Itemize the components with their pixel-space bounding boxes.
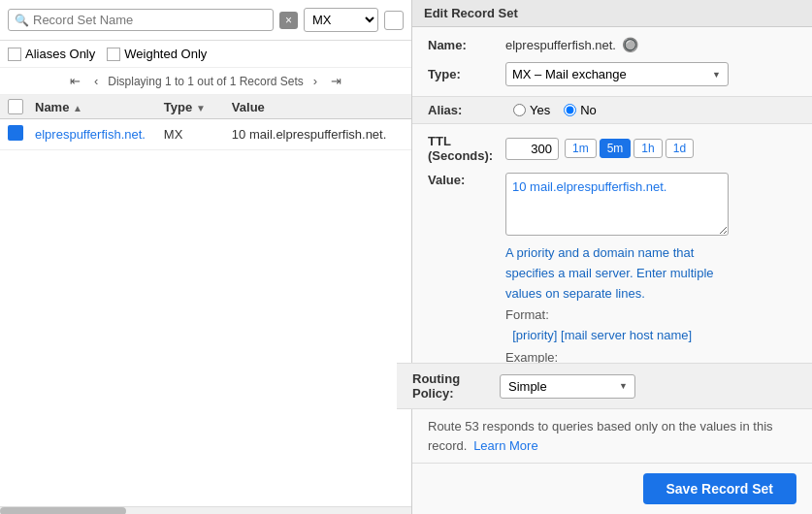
type-dropdown-wrapper: MX – Mail exchange bbox=[505, 62, 729, 86]
routing-label: Routing Policy: bbox=[412, 371, 490, 401]
name-value: elprespufferfish.net. bbox=[505, 38, 616, 52]
ttl-1h-button[interactable]: 1h bbox=[633, 139, 662, 158]
footer-area: Save Record Set bbox=[412, 463, 812, 514]
pagination-row: ⇤ ‹ Displaying 1 to 1 out of 1 Record Se… bbox=[0, 68, 411, 95]
format-value: [priority] [mail server host name] bbox=[505, 326, 729, 346]
ttl-buttons: 1m 5m 1h 1d bbox=[565, 139, 694, 158]
aliases-label: Aliases Only bbox=[25, 47, 95, 61]
ttl-1m-button[interactable]: 1m bbox=[565, 139, 597, 158]
table-header: Name ▲ Type ▼ Value bbox=[0, 95, 411, 119]
alias-yes-option[interactable]: Yes bbox=[513, 103, 550, 117]
value-textarea[interactable]: 10 mail.elprespufferfish.net. bbox=[505, 173, 729, 236]
row-value: 10 mail.elprespufferfish.net. bbox=[232, 127, 404, 142]
alias-radio-group: Yes No bbox=[513, 103, 597, 117]
name-row: Name: elprespufferfish.net. 🔘 bbox=[428, 37, 796, 52]
alias-label: Alias: bbox=[428, 103, 505, 117]
header-checkbox[interactable] bbox=[8, 99, 23, 114]
aliases-filter[interactable]: Aliases Only bbox=[8, 47, 95, 61]
type-label: Type: bbox=[428, 67, 505, 81]
alias-yes-label: Yes bbox=[530, 103, 550, 117]
edit-header: Edit Record Set bbox=[412, 0, 812, 27]
alias-no-radio[interactable] bbox=[564, 104, 576, 116]
filter-row: Aliases Only Weighted Only bbox=[0, 41, 411, 68]
routing-select[interactable]: Simple Weighted Latency Failover Geoloca… bbox=[500, 374, 635, 399]
routing-select-wrapper: Simple Weighted Latency Failover Geoloca… bbox=[500, 374, 635, 399]
search-input[interactable] bbox=[33, 13, 267, 27]
pagination-text: Displaying 1 to 1 out of 1 Record Sets bbox=[108, 75, 303, 88]
weighted-checkbox[interactable] bbox=[107, 48, 120, 61]
last-page-button[interactable]: ⇥ bbox=[327, 72, 345, 90]
search-bar: 🔍 × MX A CNAME bbox=[0, 0, 411, 41]
clear-button[interactable]: × bbox=[279, 12, 298, 29]
first-page-button[interactable]: ⇤ bbox=[66, 72, 84, 90]
table-body: elprespufferfish.net. MX 10 mail.elpresp… bbox=[0, 119, 411, 506]
extra-checkbox[interactable] bbox=[384, 11, 404, 30]
form-area: Name: elprespufferfish.net. 🔘 Type: MX –… bbox=[412, 27, 812, 363]
ttl-1d-button[interactable]: 1d bbox=[666, 139, 694, 158]
col-value: Value bbox=[232, 100, 404, 114]
alias-no-option[interactable]: No bbox=[564, 103, 597, 117]
search-icon: 🔍 bbox=[15, 14, 29, 27]
prev-page-button[interactable]: ‹ bbox=[90, 72, 102, 90]
value-label: Value: bbox=[428, 173, 505, 187]
name-label: Name: bbox=[428, 38, 505, 52]
col-name[interactable]: Name ▲ bbox=[35, 100, 164, 114]
aliases-checkbox[interactable] bbox=[8, 48, 21, 61]
ttl-5m-button[interactable]: 5m bbox=[600, 139, 632, 158]
route-description: Route 53 responds to queries based only … bbox=[412, 409, 812, 463]
example-label: Example: bbox=[505, 348, 729, 363]
alias-yes-radio[interactable] bbox=[513, 104, 526, 116]
help-text-2: specifies a mail server. Enter multiple bbox=[505, 264, 729, 284]
row-checkbox[interactable] bbox=[8, 125, 23, 141]
type-dropdown[interactable]: MX – Mail exchange bbox=[505, 62, 729, 86]
search-input-wrapper: 🔍 bbox=[8, 9, 274, 31]
routing-section: Routing Policy: Simple Weighted Latency … bbox=[397, 363, 812, 409]
ttl-row: TTL (Seconds): 1m 5m 1h 1d bbox=[428, 134, 796, 163]
alias-row: Alias: Yes No bbox=[412, 96, 812, 124]
type-row: Type: MX – Mail exchange bbox=[428, 62, 796, 86]
value-row: Value: 10 mail.elprespufferfish.net. A p… bbox=[428, 173, 796, 363]
weighted-filter[interactable]: Weighted Only bbox=[107, 47, 207, 61]
scrollbar-thumb[interactable] bbox=[0, 507, 126, 514]
left-panel: 🔍 × MX A CNAME Aliases Only Weighted Onl… bbox=[0, 0, 412, 514]
ttl-label: TTL (Seconds): bbox=[428, 134, 505, 163]
help-text-1: A priority and a domain name that bbox=[505, 243, 729, 264]
weighted-label: Weighted Only bbox=[124, 47, 207, 61]
table-row[interactable]: elprespufferfish.net. MX 10 mail.elpresp… bbox=[0, 119, 411, 150]
type-sort-icon: ▼ bbox=[196, 103, 206, 113]
col-type[interactable]: Type ▼ bbox=[164, 100, 232, 114]
row-type: MX bbox=[164, 127, 232, 142]
format-label: Format: bbox=[505, 305, 729, 326]
name-sort-icon: ▲ bbox=[73, 103, 82, 113]
row-name[interactable]: elprespufferfish.net. bbox=[35, 127, 164, 142]
right-panel: Edit Record Set Name: elprespufferfish.n… bbox=[412, 0, 812, 514]
horizontal-scrollbar[interactable] bbox=[0, 506, 411, 514]
learn-more-link[interactable]: Learn More bbox=[473, 438, 537, 453]
edit-name-icon[interactable]: 🔘 bbox=[622, 37, 638, 52]
alias-no-label: No bbox=[580, 103, 597, 117]
save-record-set-button[interactable]: Save Record Set bbox=[643, 473, 797, 504]
help-text-3: values on separate lines. bbox=[505, 284, 729, 305]
ttl-input[interactable] bbox=[505, 138, 559, 160]
type-select[interactable]: MX A CNAME bbox=[304, 8, 378, 32]
next-page-button[interactable]: › bbox=[309, 72, 321, 90]
